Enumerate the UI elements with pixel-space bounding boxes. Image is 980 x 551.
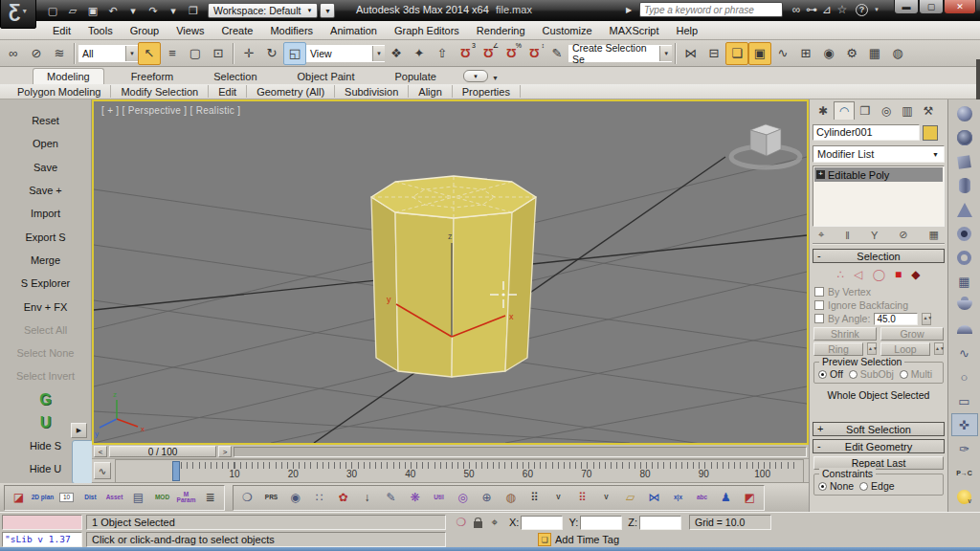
open-file-icon[interactable]: ▱ [64, 3, 81, 18]
macro-asset-button[interactable]: Asset [102, 486, 126, 509]
cylinder-primitive-icon[interactable] [951, 174, 978, 197]
schematic-view-icon[interactable]: ⊞ [794, 42, 817, 65]
spinner-snap-icon[interactable]: Ω↕ [523, 42, 546, 65]
geosphere-primitive-icon[interactable] [951, 126, 978, 149]
macro-spheres-icon[interactable]: ❋ [403, 486, 427, 509]
utilities-tab[interactable]: ⚒ [918, 101, 939, 120]
macro-v-button[interactable]: V [594, 486, 618, 509]
menu-item[interactable]: Views [167, 25, 212, 36]
macro-2d-plan-button[interactable]: 2D plan [31, 486, 55, 509]
save-file-icon[interactable]: ▣ [84, 3, 101, 18]
align-icon[interactable]: ⊟ [702, 42, 725, 65]
menu-item[interactable]: MAXScript [601, 25, 668, 36]
by-vertex-checkbox[interactable] [814, 287, 824, 297]
project-folder-icon[interactable]: ❐ [185, 3, 202, 18]
macro-mirror-icon[interactable]: ⋈ [642, 486, 666, 509]
macro-red-dots-icon[interactable]: ⠿ [570, 486, 594, 509]
macro-notes-icon[interactable]: ▤ [126, 486, 150, 509]
select-and-scale-icon[interactable]: ◱ [283, 42, 306, 65]
rectangular-selection-region-icon[interactable]: ▢ [184, 42, 207, 65]
reference-coordinate-dropdown[interactable]: View▼ [306, 45, 385, 62]
macro-xx-button[interactable]: x|x [666, 486, 690, 509]
sidebar-item[interactable]: Export S [0, 225, 91, 248]
minimize-button[interactable]: ▬ [894, 0, 919, 14]
motion-tab[interactable]: ◎ [876, 101, 897, 120]
edit-named-selection-sets-icon[interactable]: ✎ [546, 42, 568, 65]
ribbon-minimize-button[interactable]: ▼ [463, 70, 488, 82]
cylinder-object[interactable] [371, 176, 536, 377]
modifier-stack-row[interactable]: +Editable Poly [814, 167, 943, 182]
ribbon-panel[interactable]: Align [409, 85, 452, 98]
graphite-ribbon-toggle-icon[interactable]: ▣ [748, 42, 771, 65]
transform-type-in-icon[interactable]: ⌖ [486, 516, 503, 529]
sidebar-item[interactable]: Env + FX [0, 295, 91, 318]
ignore-backfacing-checkbox[interactable] [814, 300, 824, 310]
mirror-icon[interactable]: ⋈ [679, 42, 702, 65]
angle-snap-icon[interactable]: Ω∠ [477, 42, 500, 65]
layer-manager-icon[interactable]: ❏ [725, 42, 748, 65]
macro-abc-button[interactable]: abc [690, 486, 714, 509]
maxscript-mini-listener[interactable]: "sLib v 1.37 [2, 532, 82, 547]
angle-spinner[interactable]: ▲▼ [922, 313, 931, 325]
dome-primitive-icon[interactable] [951, 318, 978, 341]
ribbon-tab[interactable]: Freeform [118, 69, 188, 84]
macro-dist-button[interactable]: Dist [78, 486, 102, 509]
maximize-button[interactable]: ▢ [919, 0, 944, 14]
menu-item[interactable]: Tools [79, 25, 122, 36]
sidebar-item[interactable]: Merge [0, 249, 91, 272]
make-unique-icon[interactable]: Y [871, 230, 878, 241]
ribbon-panel[interactable]: Properties [453, 85, 521, 98]
plane-primitive-icon[interactable]: ▦ [951, 270, 978, 293]
z-coordinate-field[interactable] [639, 516, 681, 530]
select-and-move-icon[interactable]: ✛ [237, 42, 260, 65]
constraint-edge-radio[interactable] [859, 482, 868, 491]
sidebar-item[interactable]: Save + [0, 179, 91, 202]
preview-off-radio[interactable] [818, 370, 827, 379]
object-color-swatch[interactable] [923, 125, 938, 141]
viewport-label[interactable]: [ + ] [ Perspective ] [ Realistic ] [101, 105, 240, 116]
search-binoculars-icon[interactable]: ∞ [789, 3, 804, 16]
redo-dropdown-icon[interactable]: ▾ [165, 3, 182, 18]
sphere-primitive-icon[interactable] [951, 102, 978, 125]
menu-item[interactable]: Graph Editors [386, 25, 468, 36]
select-object-icon[interactable]: ↖ [138, 42, 161, 65]
select-and-rotate-icon[interactable]: ↻ [260, 42, 283, 65]
polygon-icon[interactable]: ■ [895, 268, 902, 281]
shrink-button[interactable]: Shrink [813, 327, 877, 341]
rendered-frame-window-icon[interactable]: ▦ [863, 42, 886, 65]
bind-to-space-warp-icon[interactable]: ≋ [48, 42, 71, 65]
menu-item[interactable]: Modifiers [261, 25, 322, 36]
playhead[interactable] [172, 461, 180, 481]
selection-filter-dropdown[interactable]: All▼ [78, 45, 138, 62]
macro-util-button[interactable]: Util [427, 486, 451, 509]
macro-checker-sphere-icon[interactable]: ◉ [283, 486, 307, 509]
ribbon-panel[interactable]: Polygon Modeling [8, 85, 111, 98]
constraint-none-radio[interactable] [818, 482, 827, 491]
loop-spinner[interactable]: ▲▼ [934, 342, 944, 355]
x-coordinate-field[interactable] [521, 516, 563, 530]
sidebar-expander-button[interactable]: ▶ [71, 423, 87, 438]
sidebar-item[interactable]: Reset [0, 109, 91, 132]
menu-item[interactable]: Edit [44, 25, 79, 36]
rectangle-shape-icon[interactable]: ▭ [951, 389, 978, 412]
select-and-link-icon[interactable]: ∞ [2, 42, 25, 65]
sidebar-item[interactable]: Select Invert [0, 364, 91, 387]
macro-add-sphere-icon[interactable]: ⊕ [475, 486, 499, 509]
snaps-toggle-icon[interactable]: Ω3 [454, 42, 477, 65]
redo-icon[interactable]: ↷ [145, 3, 162, 18]
sidebar-item[interactable]: Select All [0, 319, 91, 342]
light-toggle-icon[interactable]: v [951, 485, 978, 508]
angle-value-field[interactable]: 45.0 [874, 313, 918, 325]
next-frame-arrow[interactable]: > [218, 446, 232, 457]
macro-colorize-icon[interactable]: ◪ [7, 486, 31, 509]
vertex-icon[interactable]: ∴ [837, 268, 845, 281]
macro-value-field[interactable]: 10 [55, 486, 78, 509]
add-time-tag[interactable]: Add Time Tag [555, 534, 619, 545]
select-by-name-icon[interactable]: ≡ [161, 42, 184, 65]
preview-subobj-radio[interactable] [849, 370, 858, 379]
search-collapse-icon[interactable]: ▶ [624, 3, 634, 16]
communication-center-icon[interactable]: ⊿ [819, 3, 835, 16]
time-tag-icon[interactable]: ❏ [538, 533, 551, 546]
ring-spinner[interactable]: ▲▼ [867, 342, 877, 355]
macro-eye-dots-icon[interactable]: ⠿ [523, 486, 546, 509]
